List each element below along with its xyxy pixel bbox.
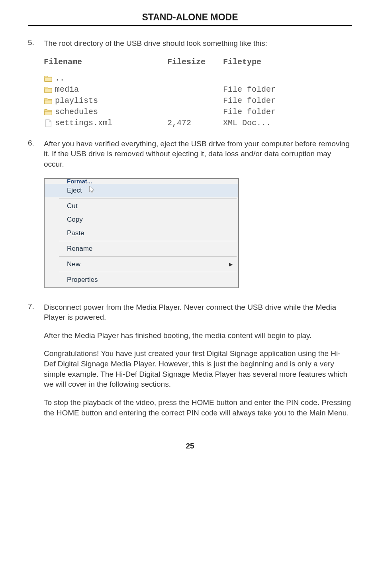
header-filesize: Filesize: [167, 57, 223, 67]
header-filetype: Filetype: [223, 57, 303, 67]
folder-icon: [44, 86, 53, 94]
step-number: 6.: [28, 139, 44, 169]
page-title: STAND-ALONE MODE: [28, 12, 352, 26]
menu-item-eject[interactable]: Eject: [45, 184, 238, 197]
step-6: 6. After you have verified everything, e…: [28, 139, 352, 169]
step-7-p2: After the Media Player has finished boot…: [44, 330, 352, 341]
filetype-cell: File folder: [223, 84, 303, 95]
table-row: media File folder: [44, 84, 352, 95]
file-icon: [44, 119, 53, 128]
page-number: 25: [28, 442, 352, 450]
step-number: 5.: [28, 38, 44, 129]
menu-item-paste[interactable]: Paste: [45, 226, 238, 240]
menu-separator: [59, 272, 237, 272]
menu-item-format[interactable]: Format...: [45, 179, 238, 184]
step-7-p1: Disconnect power from the Media Player. …: [44, 302, 352, 323]
directory-listing: Filename Filesize Filetype ..: [44, 57, 352, 129]
menu-item-copy[interactable]: Copy: [45, 213, 238, 226]
filename-cell: media: [55, 84, 79, 95]
folder-icon: [44, 97, 53, 105]
folder-icon: [44, 108, 53, 116]
step-6-text: After you have verified everything, ejec…: [44, 139, 352, 169]
step-7: 7. Disconnect power from the Media Playe…: [28, 302, 352, 418]
context-menu: Format... Eject Cut Copy Paste Rename Ne…: [44, 178, 239, 288]
menu-item-new[interactable]: New ▶: [45, 258, 238, 271]
filename-cell: settings.xml: [55, 118, 112, 128]
filename-cell: playlists: [55, 95, 98, 106]
step-5: 5. The root directory of the USB drive s…: [28, 38, 352, 129]
table-row: settings.xml 2,472 XML Doc...: [44, 118, 352, 129]
filetype-cell: File folder: [223, 95, 303, 106]
menu-item-label: Eject: [67, 187, 82, 194]
filename-cell: schedules: [55, 106, 98, 117]
menu-item-label: New: [67, 260, 80, 268]
menu-separator: [59, 256, 237, 257]
menu-item-cut[interactable]: Cut: [45, 199, 238, 213]
step-7-p3: Congratulations! You have just created y…: [44, 348, 352, 389]
table-row: playlists File folder: [44, 95, 352, 106]
table-row: ..: [44, 73, 352, 84]
table-row: schedules File folder: [44, 106, 352, 118]
step-7-p4: To stop the playback of the video, press…: [44, 397, 352, 418]
filetype-cell: XML Doc...: [223, 118, 303, 128]
menu-separator: [59, 241, 237, 241]
menu-separator: [59, 198, 237, 199]
cursor-icon: [88, 185, 96, 194]
filesize-cell: 2,472: [167, 118, 223, 128]
step-number: 7.: [28, 302, 44, 418]
folder-icon: [44, 75, 53, 83]
step-5-text: The root directory of the USB drive shou…: [44, 38, 352, 49]
submenu-arrow-icon: ▶: [229, 262, 233, 267]
menu-item-properties[interactable]: Properties: [45, 273, 238, 287]
filename-cell: ..: [55, 73, 65, 84]
filetype-cell: File folder: [223, 106, 303, 117]
menu-item-rename[interactable]: Rename: [45, 242, 238, 256]
header-filename: Filename: [44, 57, 167, 67]
